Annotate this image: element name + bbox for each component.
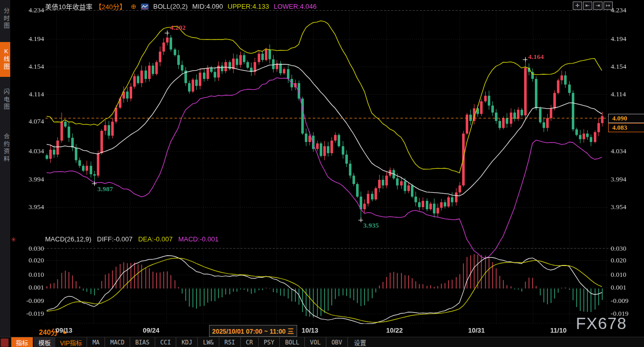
- period-label[interactable]: 【240分】: [95, 2, 126, 11]
- indicator-settings-icon[interactable]: ✳: [11, 236, 16, 243]
- macd-header: MACD(26,12,9) DIFF:-0.007 DEA:-0.007 MAC…: [45, 235, 219, 243]
- macd-axis-label: -0.019: [14, 310, 44, 318]
- price-axis-label: 4.074: [14, 117, 44, 126]
- date-label: 10/13: [302, 326, 319, 334]
- indicator-tab-obv[interactable]: OBV: [326, 337, 347, 347]
- chart-canvas[interactable]: [0, 0, 644, 347]
- settings-button[interactable]: 设置: [347, 337, 372, 347]
- vip-indicators-button[interactable]: VIP指标: [55, 337, 87, 347]
- pan-icon[interactable]: ✛: [573, 2, 582, 10]
- annotation-high-2: 4.164: [528, 53, 544, 61]
- annotation-low: 3.987: [97, 185, 113, 193]
- crosshair-circle-icon[interactable]: ⊕: [131, 3, 136, 10]
- left-sidebar: 分时图 K线图 闪电图 合约资料: [0, 0, 11, 347]
- indicator-tab-boll[interactable]: BOLL: [279, 337, 304, 347]
- selected-candle-time: 2025/10/01 07:00 ~ 11:00 三: [209, 325, 297, 337]
- macd-axis-label: 0.010: [611, 271, 642, 279]
- macd-diff-value: DIFF:-0.007: [97, 235, 132, 243]
- indicator-tab-lwr[interactable]: LW&: [197, 337, 219, 347]
- boll-label: BOLL(20,2): [153, 3, 188, 10]
- app-corner-icon[interactable]: [1, 338, 9, 347]
- boll-upper-value: UPPER:4.133: [227, 3, 269, 10]
- compress-left-icon[interactable]: ⇤: [583, 2, 592, 10]
- indicator-tab-vol[interactable]: VOL: [304, 337, 326, 347]
- macd-axis-label: 0.001: [611, 283, 642, 292]
- macd-axis-label: 0.001: [14, 283, 44, 292]
- sidebar-item-flash-chart[interactable]: 闪电图: [0, 83, 10, 117]
- price-axis-label: 4.114: [611, 90, 642, 98]
- watermark: FX678: [576, 314, 627, 333]
- macd-axis-label: -0.009: [611, 297, 642, 305]
- macd-axis-label: -0.009: [14, 297, 44, 305]
- macd-dea-value: DEA:-0.007: [138, 235, 173, 243]
- indicator-tab-cci[interactable]: CCI: [155, 337, 176, 347]
- price-axis-label: 4.194: [611, 35, 642, 43]
- chart-style-icon[interactable]: [141, 4, 149, 10]
- macd-name: MACD(26,12,9): [45, 235, 91, 243]
- sidebar-item-time-chart[interactable]: 分时图: [0, 2, 10, 36]
- date-label: 11/10: [550, 326, 567, 334]
- annotation-low-2: 3.935: [363, 221, 379, 230]
- macd-axis-label: 0.020: [611, 256, 642, 264]
- mid-price-tag: 4.090: [608, 114, 644, 123]
- indicator-tab-kdj[interactable]: KDJ: [176, 337, 197, 347]
- price-axis-label: 4.154: [611, 63, 642, 71]
- price-axis-label: 4.194: [14, 35, 44, 43]
- annotation-high: 4.202: [170, 24, 185, 32]
- macd-axis-label: 0.030: [14, 244, 44, 253]
- indicator-toolbar: 指标 模板 VIP指标 MA MACD BIAS CCI KDJ LW& RSI…: [0, 337, 644, 347]
- compress-right-icon[interactable]: ⇥: [593, 2, 603, 10]
- boll-lower-value: LOWER:4.046: [274, 3, 317, 10]
- price-axis-label: 4.234: [14, 6, 44, 14]
- indicator-tab-psy[interactable]: PSY: [258, 337, 280, 347]
- sidebar-item-contract-info[interactable]: 合约资料: [0, 125, 10, 171]
- indicator-tab-macd[interactable]: MACD: [105, 337, 130, 347]
- date-label: 09/13: [56, 326, 73, 334]
- macd-bar-value: MACD:-0.001: [178, 235, 219, 243]
- price-axis-label: 4.034: [14, 147, 44, 155]
- indicator-tab-cr[interactable]: CR: [240, 337, 258, 347]
- macd-axis-label: 0.030: [611, 244, 642, 253]
- date-label: 10/22: [386, 326, 403, 334]
- price-axis-label: 3.994: [611, 175, 642, 183]
- last-price-tag: 4.083: [608, 123, 644, 132]
- indicator-tab-bias[interactable]: BIAS: [130, 337, 155, 347]
- date-label: 10/31: [468, 326, 485, 334]
- macd-axis-label: 0.020: [14, 256, 44, 264]
- indicators-button[interactable]: 指标: [11, 337, 33, 347]
- trading-app: { "header": { "title": "美债10年收益率", "peri…: [0, 0, 644, 347]
- macd-axis-label: 0.010: [14, 271, 44, 279]
- price-axis-label: 4.234: [611, 6, 642, 14]
- instrument-title: 美债10年收益率: [45, 2, 92, 11]
- price-axis-label: 4.034: [611, 147, 642, 155]
- chart-tools: ✛ ⇤ ⇥ ↦: [573, 2, 613, 10]
- boll-mid-value: MID:4.090: [192, 3, 223, 10]
- price-axis-label: 4.114: [14, 90, 44, 98]
- price-axis-label: 3.994: [14, 175, 44, 183]
- indicator-tab-rsi[interactable]: RSI: [219, 337, 240, 347]
- date-label: 09/24: [143, 326, 160, 334]
- price-axis-label: 4.154: [14, 63, 44, 71]
- chart-header: 美债10年收益率 【240分】 ⊕ BOLL(20,2) MID:4.090 U…: [45, 2, 317, 11]
- price-axis-label: 3.954: [611, 203, 642, 211]
- price-axis-label: 3.954: [14, 203, 44, 211]
- indicator-tab-ma[interactable]: MA: [87, 337, 105, 347]
- template-button[interactable]: 模板: [34, 337, 55, 347]
- sidebar-item-kline-chart[interactable]: K线图: [0, 42, 10, 77]
